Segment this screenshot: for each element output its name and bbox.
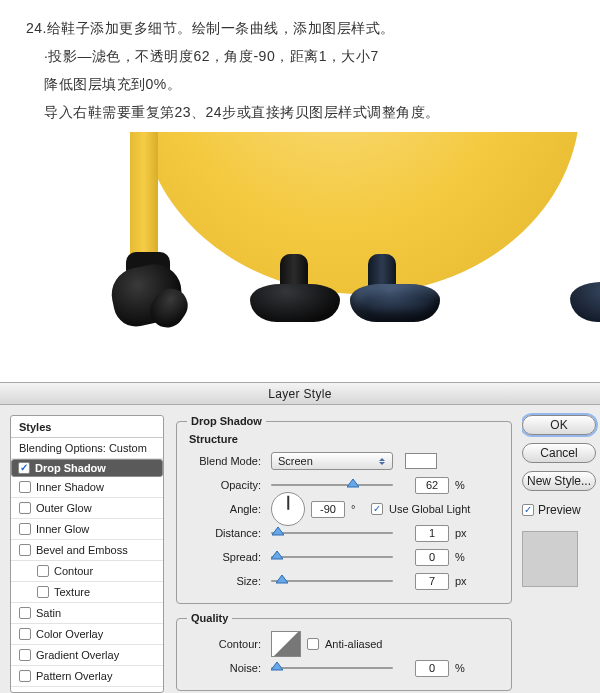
style-checkbox[interactable] (19, 670, 31, 682)
style-checkbox[interactable] (37, 565, 49, 577)
character-arm (130, 132, 158, 272)
blend-mode-select[interactable]: Screen (271, 452, 393, 470)
spread-input[interactable]: 0 (415, 549, 449, 566)
unit-percent: % (455, 551, 469, 563)
unit-percent: % (455, 662, 469, 674)
angle-dial[interactable] (271, 492, 305, 526)
style-checkbox[interactable] (19, 544, 31, 556)
style-item-label: Color Overlay (36, 628, 103, 640)
unit-px: px (455, 527, 469, 539)
layer-style-dialog: Layer Style Styles Blending Options: Cus… (0, 382, 600, 693)
step-note-1: 降低图层填充到0%。 (26, 70, 580, 98)
preview-label: Preview (538, 503, 581, 517)
blending-options-row[interactable]: Blending Options: Custom (11, 438, 163, 459)
chevrons-icon (375, 454, 389, 468)
style-item-label: Outer Glow (36, 502, 92, 514)
shadow-color-swatch[interactable] (405, 453, 437, 469)
spread-slider[interactable] (271, 549, 393, 565)
instruction-block: 24.给鞋子添加更多细节。绘制一条曲线，添加图层样式。 ·投影—滤色，不透明度6… (0, 0, 600, 126)
global-light-checkbox[interactable] (371, 503, 383, 515)
style-item-color-overlay[interactable]: Color Overlay (11, 624, 163, 645)
svg-marker-3 (276, 575, 288, 583)
preview-checkbox[interactable] (522, 504, 534, 516)
style-item-inner-glow[interactable]: Inner Glow (11, 519, 163, 540)
link-icon (399, 527, 409, 539)
svg-marker-0 (347, 479, 359, 487)
blend-mode-value: Screen (278, 455, 313, 467)
label-noise: Noise: (187, 662, 265, 674)
character-glove (108, 252, 193, 332)
opacity-input[interactable]: 62 (415, 477, 449, 494)
style-item-label: Gradient Overlay (36, 649, 119, 661)
dialog-titlebar[interactable]: Layer Style (0, 383, 600, 405)
label-spread: Spread: (187, 551, 265, 563)
contour-picker[interactable] (271, 631, 301, 657)
svg-marker-1 (272, 527, 284, 535)
style-item-label: Inner Glow (36, 523, 89, 535)
options-column: Drop Shadow Structure Blend Mode: Screen… (170, 405, 522, 693)
size-input[interactable]: 7 (415, 573, 449, 590)
step-title: 24.给鞋子添加更多细节。绘制一条曲线，添加图层样式。 (26, 14, 580, 42)
style-checkbox[interactable] (18, 462, 30, 474)
character-body (140, 132, 580, 294)
global-light-label: Use Global Light (389, 503, 470, 515)
style-checkbox[interactable] (19, 523, 31, 535)
style-checkbox[interactable] (19, 607, 31, 619)
unit-deg: ° (351, 503, 365, 515)
svg-marker-4 (271, 662, 283, 670)
structure-group: Drop Shadow Structure Blend Mode: Screen… (176, 415, 512, 604)
illustration (0, 132, 600, 332)
distance-input[interactable]: 1 (415, 525, 449, 542)
style-item-outer-glow[interactable]: Outer Glow (11, 498, 163, 519)
style-checkbox[interactable] (19, 481, 31, 493)
styles-header[interactable]: Styles (11, 416, 163, 438)
styles-listbox: Styles Blending Options: Custom Drop Sha… (10, 415, 164, 693)
style-item-label: Drop Shadow (35, 462, 106, 474)
cancel-button[interactable]: Cancel (522, 443, 596, 463)
style-checkbox[interactable] (19, 649, 31, 661)
label-blend-mode: Blend Mode: (187, 455, 265, 467)
noise-input[interactable]: 0 (415, 660, 449, 677)
style-item-gradient-overlay[interactable]: Gradient Overlay (11, 645, 163, 666)
quality-group: Quality Contour: Anti-aliased Noise: 0 % (176, 612, 512, 691)
label-angle: Angle: (187, 503, 265, 515)
structure-sublabel: Structure (189, 433, 501, 445)
label-opacity: Opacity: (187, 479, 265, 491)
buttons-column: OK Cancel New Style... Preview (522, 405, 600, 693)
link-icon (399, 551, 409, 563)
unit-px: px (455, 575, 469, 587)
label-contour: Contour: (187, 638, 265, 650)
style-item-inner-shadow[interactable]: Inner Shadow (11, 477, 163, 498)
link-icon (399, 662, 409, 674)
distance-slider[interactable] (271, 525, 393, 541)
group-legend-structure: Drop Shadow (187, 415, 266, 427)
style-checkbox[interactable] (19, 628, 31, 640)
style-item-label: Pattern Overlay (36, 670, 112, 682)
link-icon (399, 575, 409, 587)
style-item-bevel-and-emboss[interactable]: Bevel and Emboss (11, 540, 163, 561)
preview-thumbnail (522, 531, 578, 587)
style-item-label: Satin (36, 607, 61, 619)
angle-input[interactable]: -90 (311, 501, 345, 518)
style-item-label: Bevel and Emboss (36, 544, 128, 556)
unit-percent: % (455, 479, 469, 491)
style-item-drop-shadow[interactable]: Drop Shadow (11, 459, 163, 477)
anti-aliased-checkbox[interactable] (307, 638, 319, 650)
style-item-label: Inner Shadow (36, 481, 104, 493)
new-style-button[interactable]: New Style... (522, 471, 596, 491)
style-checkbox[interactable] (37, 586, 49, 598)
style-checkbox[interactable] (19, 502, 31, 514)
style-item-contour[interactable]: Contour (11, 561, 163, 582)
style-item-label: Texture (54, 586, 90, 598)
style-item-texture[interactable]: Texture (11, 582, 163, 603)
size-slider[interactable] (271, 573, 393, 589)
ok-button[interactable]: OK (522, 415, 596, 435)
style-item-pattern-overlay[interactable]: Pattern Overlay (11, 666, 163, 687)
opacity-slider[interactable] (271, 477, 393, 493)
style-item-satin[interactable]: Satin (11, 603, 163, 624)
style-item-label: Contour (54, 565, 93, 577)
noise-slider[interactable] (271, 660, 393, 676)
shoe-right (350, 284, 440, 322)
anti-aliased-label: Anti-aliased (325, 638, 382, 650)
group-legend-quality: Quality (187, 612, 232, 624)
